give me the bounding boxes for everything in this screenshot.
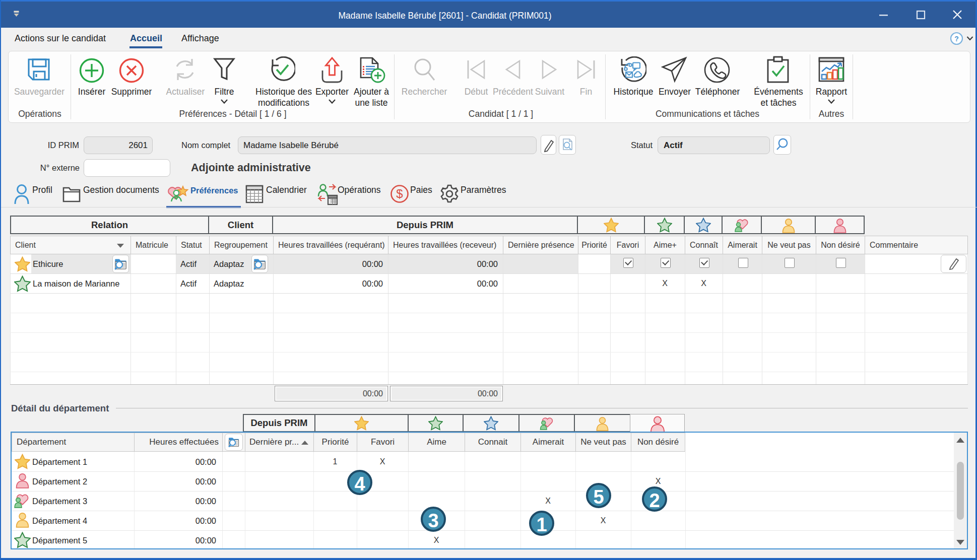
svg-text:?: ? — [954, 35, 959, 43]
svg-text:$: $ — [396, 187, 403, 200]
